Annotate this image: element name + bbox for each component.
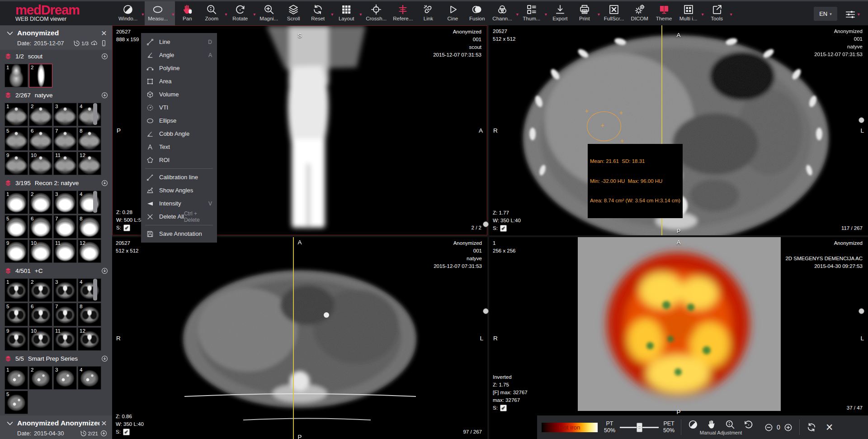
menu-item-area[interactable]: Area [141, 75, 217, 88]
download-icon[interactable] [101, 179, 108, 187]
toolbar-button-fusion[interactable]: Fusion [465, 1, 489, 25]
thumbnail[interactable]: 5 [5, 215, 28, 239]
menu-item-angle[interactable]: AngleA [141, 48, 217, 62]
menu-item-vti[interactable]: VTI [141, 101, 217, 114]
toolbar-button-reset[interactable]: Reset▾ [306, 1, 334, 25]
toolbar-button-fullscr[interactable]: FullScr... [601, 1, 627, 25]
menu-item-calibration-line[interactable]: Calibration line [141, 171, 217, 184]
download-icon[interactable] [101, 52, 108, 60]
thumbnail[interactable]: 3 [53, 103, 77, 126]
toolbar-button-crossh[interactable]: Crossh... [363, 1, 390, 25]
toolbar-button-layout[interactable]: Layout▾ [334, 1, 363, 25]
thumbnail[interactable]: 10 [29, 152, 52, 175]
menu-item-roi[interactable]: ROI [141, 153, 217, 167]
viewport-3-axial-ct[interactable]: 20527512 x 512Anonymized001natyve2015-12… [112, 237, 487, 439]
roi-handle-marker[interactable]: + [585, 109, 589, 113]
thumbnail[interactable]: 2 [29, 64, 52, 87]
toolbar-button-dicom[interactable]: DICOM [627, 1, 652, 25]
viewport-2-axial-ct[interactable]: + + + + Mean: 21.61 SD: 18.31 Min: -32.0… [489, 25, 868, 235]
plus-circle-icon[interactable] [783, 423, 793, 432]
window-level-icon[interactable] [688, 419, 698, 430]
toolbar-button-windo[interactable]: Windo...▾ [115, 1, 145, 25]
close-icon[interactable]: × [826, 422, 833, 433]
roi-handle-marker[interactable]: + [619, 110, 623, 115]
thumbnail[interactable]: 7 [53, 303, 77, 326]
thumbnail[interactable]: 8 [78, 127, 101, 151]
roi-center-marker[interactable]: + [601, 123, 604, 128]
thumbnail[interactable]: 1 [5, 103, 28, 126]
thumbnail[interactable]: 4 [78, 103, 101, 126]
history-icon[interactable] [80, 429, 87, 437]
scout-lines-checkbox[interactable]: ✔ [500, 405, 507, 411]
thumbnail[interactable]: 9 [5, 152, 28, 175]
language-select[interactable]: EN ▾ [814, 7, 837, 21]
toolbar-button-rotate[interactable]: Rotate▾ [228, 1, 256, 25]
toolbar-button-cine[interactable]: Cine [440, 1, 465, 25]
thumbnail[interactable]: 3 [53, 278, 77, 302]
thumbnail[interactable]: 5 [5, 303, 28, 326]
thumbnail[interactable]: 9 [5, 239, 28, 263]
menu-item-ellipse[interactable]: Ellipse [141, 114, 217, 127]
thumbnail-scrollbar[interactable] [93, 279, 97, 301]
menu-item-save-annotation[interactable]: Save Annotation [141, 227, 217, 240]
scroll-indicator[interactable] [483, 308, 489, 314]
series-row-smart-prep-series[interactable]: 5/5Smart Prep Series [0, 352, 112, 365]
thumbnail[interactable]: 4 [78, 278, 101, 302]
scroll-indicator[interactable] [859, 117, 864, 123]
series-row-scout[interactable]: 1/2scout [0, 50, 112, 62]
thumbnail[interactable]: 6 [29, 127, 52, 151]
menu-item-intensity[interactable]: IntensityV [141, 197, 217, 210]
thumbnail[interactable]: 7 [53, 215, 77, 239]
thumbnail[interactable]: 4 [78, 366, 101, 390]
menu-item-line[interactable]: LineD [141, 35, 217, 48]
series-row-natyve[interactable]: 2/267natyve [0, 89, 112, 101]
menu-item-delete-all[interactable]: Delete AllCtrl + Delete [141, 210, 217, 223]
thumbnail[interactable]: 7 [53, 127, 77, 151]
thumbnail[interactable]: 12 [78, 152, 101, 175]
toolbar-button-magni[interactable]: Magni... [256, 1, 281, 25]
download-icon[interactable] [101, 355, 108, 363]
toolbar-button-measu[interactable]: Measu...▾ [145, 1, 175, 25]
thumbnail[interactable]: 11 [53, 239, 77, 263]
toolbar-button-theme[interactable]: Theme [652, 1, 676, 25]
thumbnail[interactable]: 8 [78, 215, 101, 239]
rotate-icon[interactable] [743, 419, 754, 430]
thumbnail[interactable]: 2 [29, 191, 52, 214]
download-icon[interactable] [101, 91, 108, 99]
thumbnail-scrollbar[interactable] [93, 103, 97, 125]
thumbnail[interactable]: 1 [5, 64, 28, 87]
toolbar-button-export[interactable]: Export [548, 1, 572, 25]
scroll-indicator[interactable] [483, 221, 489, 227]
thumbnail[interactable]: 5 [5, 127, 28, 151]
toolbar-button-multi-i[interactable]: Multi i...▾ [676, 1, 705, 25]
settings-button[interactable]: ▾ [844, 8, 863, 21]
thumbnail[interactable]: 1 [5, 366, 28, 390]
fusion-slider[interactable] [620, 422, 659, 432]
thumbnail[interactable]: 6 [29, 215, 52, 239]
toolbar-button-link[interactable]: Link [416, 1, 440, 25]
series-row-recon-2-natyve[interactable]: 3/195Recon 2: natyve [0, 177, 112, 189]
menu-item-text[interactable]: Text [141, 140, 217, 153]
thumbnail[interactable]: 12 [78, 239, 101, 263]
thumbnail[interactable]: 11 [53, 327, 77, 351]
close-icon[interactable]: × [99, 419, 108, 427]
series-row-c[interactable]: 4/501+C [0, 264, 112, 277]
history-icon[interactable] [73, 39, 80, 47]
toolbar-button-refere[interactable]: Refere... [390, 1, 416, 25]
thumbnail[interactable]: 1 [5, 191, 28, 214]
viewport-4-pet[interactable]: Hot iron PT50% PET50% [489, 237, 868, 439]
menu-item-cobb-angle[interactable]: Cobb Angle [141, 127, 217, 140]
roi-handle-marker[interactable]: + [620, 138, 624, 143]
toolbar-button-zoom[interactable]: Zoom▾ [199, 1, 228, 25]
toolbar-button-thum[interactable]: Thum...▾ [519, 1, 548, 25]
scout-lines-checkbox[interactable]: ✔ [500, 225, 507, 232]
thumbnail[interactable]: 10 [29, 327, 52, 351]
chevron-down-icon[interactable] [5, 419, 14, 428]
pan-hand-icon[interactable] [706, 419, 717, 430]
thumbnail[interactable]: 11 [53, 152, 77, 175]
crosshair-vertical-line[interactable] [293, 237, 294, 439]
minus-circle-icon[interactable] [764, 423, 774, 432]
thumbnail[interactable]: 3 [53, 366, 77, 390]
thumbnail[interactable]: 5 [5, 391, 28, 414]
device-icon[interactable] [100, 39, 108, 47]
